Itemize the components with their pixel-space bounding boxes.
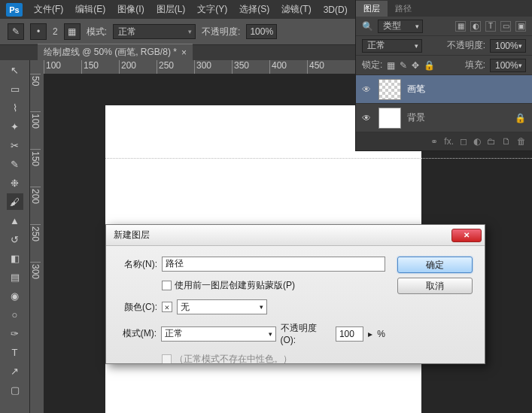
layer-item[interactable]: 👁 背景 🔒 bbox=[356, 104, 532, 132]
mode-label: 模式(M): bbox=[118, 327, 157, 340]
filter-shape-icon[interactable]: ▭ bbox=[500, 21, 511, 32]
lock-trans-icon[interactable]: ▦ bbox=[387, 60, 395, 71]
tab-close-icon[interactable]: × bbox=[181, 47, 187, 58]
lock-icon: 🔒 bbox=[515, 113, 526, 123]
clip-checkbox[interactable] bbox=[162, 281, 172, 290]
trash-icon[interactable]: 🗑 bbox=[517, 136, 526, 147]
ps-logo-icon: Ps bbox=[6, 3, 23, 17]
panel-opacity-value[interactable]: 100% bbox=[490, 39, 526, 53]
dialog-titlebar[interactable]: 新建图层 ✕ bbox=[106, 225, 485, 246]
clip-label: 使用前一图层创建剪贴蒙版(P) bbox=[175, 279, 295, 292]
crop-tool[interactable]: ✂ bbox=[7, 137, 23, 153]
opacity-unit: % bbox=[377, 329, 385, 339]
fx-icon[interactable]: fx. bbox=[444, 136, 454, 147]
marquee-tool[interactable]: ▭ bbox=[7, 80, 23, 97]
shape-tool[interactable]: ▢ bbox=[7, 381, 23, 398]
lock-move-icon[interactable]: ✥ bbox=[412, 60, 419, 71]
type-tool[interactable]: T bbox=[7, 344, 23, 360]
dialog-title: 新建图层 bbox=[114, 229, 150, 241]
menu-edit[interactable]: 编辑(E) bbox=[71, 1, 109, 18]
layer-thumbnail[interactable] bbox=[378, 108, 401, 129]
path-tool[interactable]: ↗ bbox=[7, 363, 23, 379]
filter-pixel-icon[interactable]: ▦ bbox=[455, 21, 466, 32]
dodge-tool[interactable]: ○ bbox=[7, 306, 23, 323]
tools-panel: ↖ ▭ ⌇ ✦ ✂ ✎ ❉ 🖌 ▲ ↺ ◧ ▤ ◉ ○ ✑ T ↗ ▢ bbox=[0, 60, 30, 413]
layer-item[interactable]: 👁 画笔 bbox=[356, 75, 532, 104]
menu-type[interactable]: 文字(Y) bbox=[193, 1, 231, 18]
opacity-label: 不透明度: bbox=[202, 26, 240, 38]
tab-layers[interactable]: 图层 bbox=[356, 1, 388, 17]
filter-icons: ▦ ◐ T ▭ ▣ bbox=[455, 21, 526, 32]
gradient-tool[interactable]: ▤ bbox=[7, 269, 23, 285]
name-input[interactable]: 路径 bbox=[162, 257, 385, 272]
mask-icon[interactable]: ◻ bbox=[460, 136, 467, 147]
link-icon[interactable]: ⚭ bbox=[430, 136, 438, 147]
layer-name: 画笔 bbox=[407, 83, 425, 96]
layer-list: 👁 画笔 👁 背景 🔒 bbox=[356, 75, 532, 132]
document-title: 绘制虚线 @ 50% (画笔, RGB/8) * bbox=[44, 46, 177, 59]
menu-layer[interactable]: 图层(L) bbox=[153, 1, 190, 18]
move-tool[interactable]: ↖ bbox=[7, 62, 23, 78]
neutral-checkbox bbox=[162, 354, 172, 364]
dialog-form: 名称(N): 路径 使用前一图层创建剪贴蒙版(P) 颜色(C): ⨉ 无 模式(… bbox=[118, 257, 385, 366]
color-none-icon: ⨉ bbox=[162, 302, 172, 312]
ruler-corner bbox=[30, 60, 44, 74]
menu-filter[interactable]: 滤镜(T) bbox=[278, 1, 315, 18]
opacity-input[interactable]: 100 bbox=[336, 326, 363, 342]
wand-tool[interactable]: ✦ bbox=[7, 118, 23, 135]
brush-size-preview[interactable]: • bbox=[30, 23, 47, 40]
neutral-label: （正常模式不存在中性色。） bbox=[175, 353, 292, 366]
guide-line bbox=[105, 158, 532, 159]
layer-name: 背景 bbox=[407, 111, 425, 124]
layer-thumbnail[interactable] bbox=[378, 79, 401, 100]
visibility-icon[interactable]: 👁 bbox=[362, 84, 372, 95]
heal-tool[interactable]: ❉ bbox=[7, 175, 23, 191]
lock-row: 锁定: ▦ ✎ ✥ 🔒 填充: 100% bbox=[356, 56, 532, 75]
document-tab[interactable]: 绘制虚线 @ 50% (画笔, RGB/8) * × bbox=[38, 44, 193, 60]
lasso-tool[interactable]: ⌇ bbox=[7, 99, 23, 116]
brush-preset-icon[interactable]: ✎ bbox=[8, 23, 24, 40]
blend-select[interactable]: 正常 bbox=[362, 39, 422, 53]
eraser-tool[interactable]: ◧ bbox=[7, 250, 23, 266]
menu-file[interactable]: 文件(F) bbox=[30, 1, 67, 18]
filter-row: 🔍 类型 ▦ ◐ T ▭ ▣ bbox=[356, 17, 532, 36]
panel-footer: ⚭ fx. ◻ ◐ 🗀 🗋 🗑 bbox=[356, 132, 532, 150]
name-label: 名称(N): bbox=[118, 258, 157, 271]
menu-image[interactable]: 图像(I) bbox=[114, 1, 147, 18]
adjust-icon[interactable]: ◐ bbox=[473, 136, 481, 147]
lock-label: 锁定: bbox=[362, 59, 382, 71]
dialog-body: 名称(N): 路径 使用前一图层创建剪贴蒙版(P) 颜色(C): ⨉ 无 模式(… bbox=[106, 246, 485, 376]
eyedropper-tool[interactable]: ✎ bbox=[7, 156, 23, 172]
kind-select[interactable]: 类型 bbox=[378, 20, 423, 33]
new-layer-icon[interactable]: 🗋 bbox=[502, 136, 511, 147]
panel-opacity-label: 不透明度: bbox=[447, 39, 485, 52]
mode-select[interactable]: 正常 bbox=[161, 326, 275, 342]
filter-adjust-icon[interactable]: ◐ bbox=[470, 21, 481, 32]
mode-select[interactable]: 正常 bbox=[113, 24, 196, 39]
dialog-close-button[interactable]: ✕ bbox=[451, 229, 482, 242]
group-icon[interactable]: 🗀 bbox=[487, 136, 496, 147]
filter-type-icon[interactable]: T bbox=[485, 21, 496, 32]
lock-paint-icon[interactable]: ✎ bbox=[400, 60, 407, 71]
blend-row: 正常 不透明度: 100% bbox=[356, 36, 532, 56]
pen-tool[interactable]: ✑ bbox=[7, 325, 23, 342]
ok-button[interactable]: 确定 bbox=[397, 257, 473, 273]
opacity-value[interactable]: 100% bbox=[246, 24, 277, 39]
brush-tool[interactable]: 🖌 bbox=[7, 193, 23, 210]
layers-panel: 图层 路径 🔍 类型 ▦ ◐ T ▭ ▣ 正常 不透明度: 100% 锁定: ▦… bbox=[355, 0, 532, 151]
lock-all-icon[interactable]: 🔒 bbox=[424, 60, 435, 71]
brush-panel-icon[interactable]: ▦ bbox=[64, 23, 81, 40]
color-select[interactable]: 无 bbox=[177, 299, 267, 314]
blur-tool[interactable]: ◉ bbox=[7, 287, 23, 304]
visibility-icon[interactable]: 👁 bbox=[362, 113, 372, 123]
brush-size-value: 2 bbox=[53, 26, 58, 37]
fill-value[interactable]: 100% bbox=[490, 59, 526, 72]
opacity-arrow-icon[interactable]: ▸ bbox=[368, 329, 372, 339]
filter-smart-icon[interactable]: ▣ bbox=[515, 21, 526, 32]
stamp-tool[interactable]: ▲ bbox=[7, 212, 23, 229]
menu-3d[interactable]: 3D(D) bbox=[320, 2, 351, 17]
tab-paths[interactable]: 路径 bbox=[388, 1, 419, 17]
menu-select[interactable]: 选择(S) bbox=[236, 1, 273, 18]
cancel-button[interactable]: 取消 bbox=[397, 278, 473, 294]
history-brush-tool[interactable]: ↺ bbox=[7, 231, 23, 247]
